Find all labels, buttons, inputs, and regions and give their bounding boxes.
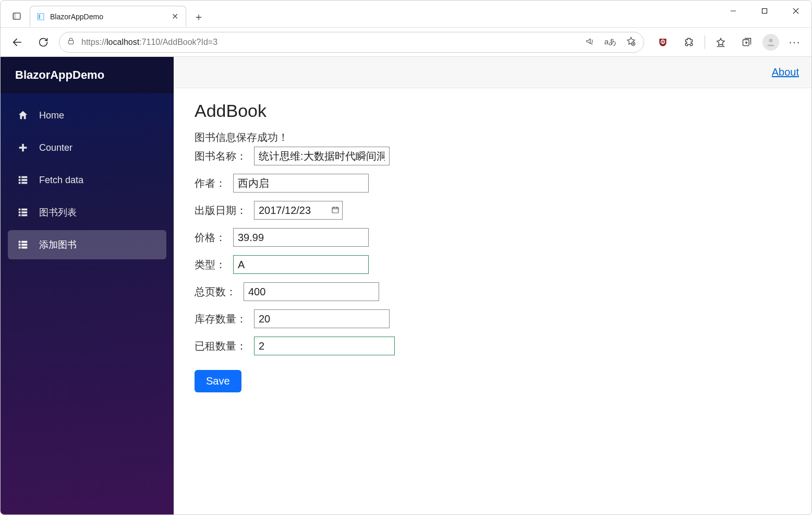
label-rented: 已租数量： [195,339,247,353]
app-root: BlazorAppDemo Home Counter Fetch data 图书… [1,57,811,514]
toolbar-right: ··· [649,32,805,53]
svg-rect-18 [19,179,21,181]
address-bar[interactable]: https://localhost:7110/AddBook?Id=3 aあ [59,32,644,53]
sidebar-item-addbook[interactable]: 添加图书 [8,230,166,259]
svg-rect-22 [19,209,21,211]
sidebar-nav: Home Counter Fetch data 图书列表 添加图书 [1,93,174,267]
svg-rect-29 [21,241,27,243]
svg-rect-24 [19,211,21,213]
extensions-icon[interactable] [678,32,699,53]
row-rented: 已租数量： [195,337,791,355]
label-price: 价格： [195,231,226,245]
list-icon [17,239,29,250]
svg-point-15 [769,39,773,42]
save-button[interactable]: Save [195,370,241,392]
svg-rect-16 [19,176,21,178]
row-stock: 库存数量： [195,309,791,328]
new-tab-button[interactable]: ＋ [189,7,208,26]
list-icon [17,174,29,186]
list-icon [17,207,29,218]
svg-rect-23 [21,209,27,211]
label-pubdate: 出版日期： [195,203,247,218]
svg-rect-9 [68,40,73,44]
label-pages: 总页数： [195,285,236,299]
svg-rect-20 [19,182,21,184]
tab-title: BlazorAppDemo [50,13,165,21]
plus-icon [17,142,29,153]
tab-strip: BlazorAppDemo ✕ ＋ [1,1,208,28]
tab-close-button[interactable]: ✕ [170,12,179,21]
svg-rect-17 [21,176,27,178]
top-strip: About [174,57,811,88]
sidebar-item-label: Fetch data [39,175,83,186]
home-icon [17,110,29,121]
sidebar-item-booklist[interactable]: 图书列表 [8,198,166,227]
svg-rect-28 [19,241,21,243]
window-titlebar: BlazorAppDemo ✕ ＋ [1,1,811,28]
address-actions: aあ [585,36,636,49]
ublock-icon[interactable] [652,32,673,53]
window-minimize-button[interactable] [718,1,749,21]
svg-rect-12 [662,41,663,43]
svg-rect-26 [19,214,21,217]
label-stock: 库存数量： [195,312,247,326]
label-book-name: 图书名称： [195,149,247,163]
svg-rect-27 [21,214,27,217]
collections-icon[interactable] [736,32,757,53]
tab-actions-button[interactable] [5,6,29,27]
svg-rect-19 [21,179,27,181]
separator [705,35,705,49]
nav-back-button[interactable] [7,32,28,53]
brand[interactable]: BlazorAppDemo [1,57,174,93]
nav-refresh-button[interactable] [33,32,54,53]
sidebar: BlazorAppDemo Home Counter Fetch data 图书… [1,57,174,514]
sidebar-item-home[interactable]: Home [8,101,166,130]
content-area: About AddBook 图书信息保存成功！ 图书名称： 作者： 出版日期： [174,57,811,514]
input-price[interactable] [233,228,369,247]
svg-rect-31 [21,244,27,246]
sidebar-item-counter[interactable]: Counter [8,133,166,162]
row-pages: 总页数： [195,282,791,301]
sidebar-item-label: Counter [39,142,72,153]
page-title: AddBook [195,101,791,121]
svg-rect-21 [21,182,27,184]
address-url: https://localhost:7110/AddBook?Id=3 [81,38,578,47]
row-price: 价格： [195,228,791,247]
sidebar-item-label: 添加图书 [39,238,77,251]
about-link[interactable]: About [772,66,799,78]
window-close-button[interactable] [780,1,811,21]
window-controls [718,1,811,21]
browser-toolbar: https://localhost:7110/AddBook?Id=3 aあ ·… [1,28,811,57]
save-success-message: 图书信息保存成功！ [195,130,791,145]
input-rented[interactable] [254,337,395,355]
row-pubdate: 出版日期： [195,201,791,220]
main-content: AddBook 图书信息保存成功！ 图书名称： 作者： 出版日期： [174,88,811,405]
window-maximize-button[interactable] [749,1,780,21]
svg-rect-30 [19,244,21,246]
input-author[interactable] [233,174,369,193]
label-type: 类型： [195,258,226,272]
input-stock[interactable] [254,309,390,328]
menu-button[interactable]: ··· [784,32,805,53]
svg-rect-33 [21,247,27,249]
profile-avatar[interactable] [762,34,779,51]
lock-icon [67,37,75,47]
sidebar-item-fetchdata[interactable]: Fetch data [8,165,166,195]
svg-rect-6 [762,9,767,14]
row-author: 作者： [195,174,791,193]
svg-rect-4 [39,15,40,19]
svg-rect-32 [19,247,21,249]
input-pubdate[interactable] [254,201,343,220]
read-aloud-icon[interactable] [585,37,595,48]
input-type[interactable] [233,255,369,274]
browser-tab[interactable]: BlazorAppDemo ✕ [30,6,186,27]
sidebar-item-label: Home [39,110,64,121]
row-type: 类型： [195,255,791,274]
input-pages[interactable] [244,282,379,301]
tab-favicon-icon [37,13,45,21]
favorite-icon[interactable] [626,36,636,49]
translate-icon[interactable]: aあ [604,37,616,47]
input-book-name[interactable] [254,147,390,165]
svg-rect-1 [13,13,16,19]
favorites-bar-icon[interactable] [710,32,731,53]
